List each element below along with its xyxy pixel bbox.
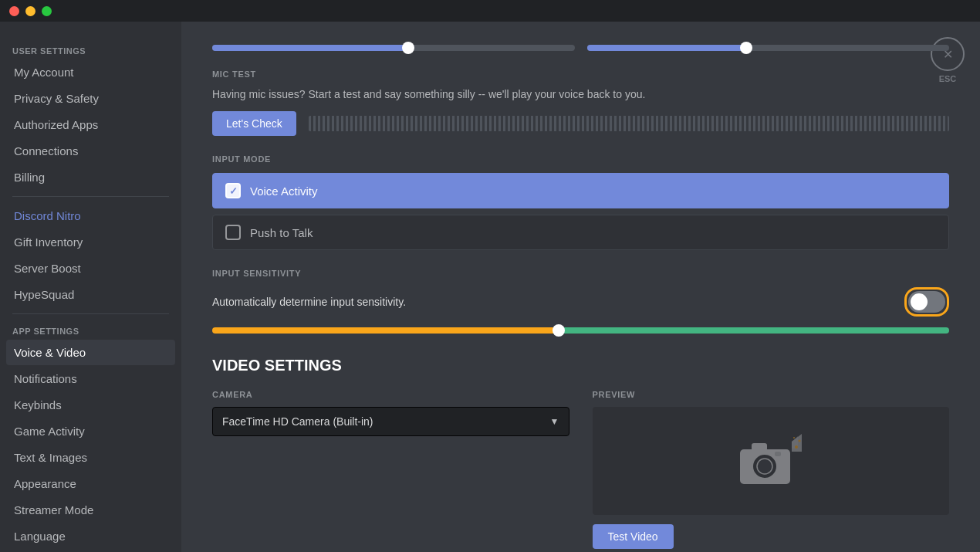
video-settings-section: VIDEO SETTINGS CAMERA FaceTime HD Camera…	[212, 357, 949, 549]
sidebar-item-text-images[interactable]: Text & Images	[6, 445, 175, 470]
sensitivity-slider[interactable]	[212, 327, 949, 334]
input-mode-label: INPUT MODE	[212, 154, 949, 164]
voice-activity-checkbox[interactable]: ✓	[225, 183, 241, 198]
svg-point-2	[757, 459, 772, 474]
esc-label: ESC	[939, 74, 957, 83]
titlebar	[0, 0, 980, 22]
volume-slider-1-thumb[interactable]	[402, 42, 414, 54]
maximize-button[interactable]	[42, 6, 52, 16]
volume-slider-2-fill	[587, 45, 747, 51]
push-to-talk-label: Push to Talk	[250, 226, 313, 239]
svg-point-9	[793, 437, 795, 439]
mic-test-label: MIC TEST	[212, 69, 949, 79]
lets-check-button[interactable]: Let's Check	[212, 111, 296, 136]
sidebar-item-billing[interactable]: Billing	[6, 164, 175, 190]
sidebar-item-discord-nitro[interactable]: Discord Nitro	[6, 203, 175, 229]
svg-rect-4	[775, 452, 781, 456]
sidebar-divider-1	[12, 196, 169, 197]
sidebar-item-label: Gift Inventory	[14, 235, 83, 249]
video-settings-title: VIDEO SETTINGS	[212, 357, 949, 374]
sidebar-item-connections[interactable]: Connections	[6, 138, 175, 164]
volume-slider-1[interactable]	[212, 45, 575, 51]
app-body: USER SETTINGS My Account Privacy & Safet…	[0, 22, 980, 552]
svg-point-8	[798, 440, 800, 442]
camera-value: FaceTime HD Camera (Built-in)	[222, 415, 373, 428]
test-video-button[interactable]: Test Video	[593, 524, 674, 549]
sidebar-item-label: Language	[14, 530, 66, 543]
sidebar-item-server-boost[interactable]: Server Boost	[6, 256, 175, 281]
sidebar-item-label: My Account	[14, 66, 74, 79]
sensitivity-row: Automatically determine input sensitivit…	[212, 287, 949, 317]
volume-slider-2[interactable]	[587, 45, 950, 51]
sidebar-item-label: Billing	[14, 171, 45, 184]
auto-sensitivity-toggle[interactable]	[908, 291, 945, 313]
esc-circle-icon: ✕	[931, 37, 965, 71]
svg-rect-3	[752, 443, 767, 451]
input-mode-section: INPUT MODE ✓ Voice Activity Push to Talk	[212, 154, 949, 250]
sidebar-item-label: Discord Nitro	[14, 209, 81, 222]
push-to-talk-option[interactable]: Push to Talk	[212, 215, 949, 250]
sidebar-item-label: Notifications	[14, 372, 77, 385]
esc-button[interactable]: ✕ ESC	[931, 37, 965, 83]
app-settings-label: APP SETTINGS	[6, 320, 175, 339]
sidebar-item-hypesquad[interactable]: HypeSquad	[6, 282, 175, 307]
sidebar-item-game-activity[interactable]: Game Activity	[6, 418, 175, 444]
sidebar-item-label: Text & Images	[14, 451, 87, 464]
sidebar-item-label: Keybinds	[14, 398, 62, 411]
checkmark-icon: ✓	[229, 185, 238, 197]
push-to-talk-checkbox[interactable]	[225, 225, 241, 240]
camera-label: CAMERA	[212, 390, 569, 399]
sidebar-divider-2	[12, 313, 169, 314]
video-preview-box	[593, 407, 950, 515]
sidebar-item-language[interactable]: Language	[6, 523, 175, 549]
sidebar-item-my-account[interactable]: My Account	[6, 59, 175, 85]
toggle-thumb	[911, 293, 928, 310]
sidebar-item-gift-inventory[interactable]: Gift Inventory	[6, 229, 175, 255]
sensitivity-slider-thumb[interactable]	[553, 324, 565, 337]
sidebar-item-label: Server Boost	[14, 262, 81, 275]
sidebar-item-label: Streamer Mode	[14, 503, 93, 516]
volume-slider-2-thumb[interactable]	[740, 42, 752, 54]
minimize-button[interactable]	[25, 6, 35, 16]
preview-label: PREVIEW	[593, 390, 950, 399]
voice-activity-label: Voice Activity	[250, 185, 318, 198]
chevron-down-icon: ▼	[550, 416, 559, 427]
sidebar-item-label: Connections	[14, 144, 78, 157]
main-content: ✕ ESC MIC TEST Having mic issues? Start …	[181, 22, 980, 552]
sidebar-item-voice-video[interactable]: Voice & Video	[6, 340, 175, 365]
close-button[interactable]	[9, 6, 19, 16]
sidebar-item-keybinds[interactable]: Keybinds	[6, 392, 175, 418]
sidebar-item-authorized-apps[interactable]: Authorized Apps	[6, 112, 175, 137]
sidebar-item-label: HypeSquad	[14, 288, 74, 301]
sidebar-item-label: Voice & Video	[14, 346, 86, 359]
video-grid: CAMERA FaceTime HD Camera (Built-in) ▼ P…	[212, 390, 949, 549]
toggle-wrapper	[904, 287, 949, 317]
sidebar-item-privacy-safety[interactable]: Privacy & Safety	[6, 86, 175, 111]
volume-slider-1-fill	[212, 45, 408, 51]
voice-activity-option[interactable]: ✓ Voice Activity	[212, 173, 949, 208]
sidebar-item-label: Game Activity	[14, 425, 85, 438]
sidebar-item-label: Privacy & Safety	[14, 92, 99, 105]
waveform-visualizer	[309, 116, 949, 131]
mic-test-description: Having mic issues? Start a test and say …	[212, 88, 949, 100]
svg-point-7	[795, 445, 798, 449]
mic-test-section: MIC TEST Having mic issues? Start a test…	[212, 69, 949, 136]
camera-preview-icon	[736, 430, 806, 492]
sidebar-item-appearance[interactable]: Appearance	[6, 471, 175, 496]
sidebar: USER SETTINGS My Account Privacy & Safet…	[0, 22, 181, 552]
top-sliders-row	[212, 45, 949, 51]
sidebar-item-label: Appearance	[14, 477, 76, 490]
sidebar-item-streamer-mode[interactable]: Streamer Mode	[6, 497, 175, 523]
mic-test-row: Let's Check	[212, 111, 949, 136]
user-settings-label: USER SETTINGS	[6, 40, 175, 59]
sidebar-item-notifications[interactable]: Notifications	[6, 366, 175, 391]
sensitivity-description: Automatically determine input sensitivit…	[212, 296, 406, 308]
camera-select[interactable]: FaceTime HD Camera (Built-in) ▼	[212, 407, 569, 436]
input-sensitivity-section: INPUT SENSITIVITY Automatically determin…	[212, 269, 949, 334]
sidebar-item-label: Authorized Apps	[14, 118, 98, 131]
video-left-column: CAMERA FaceTime HD Camera (Built-in) ▼	[212, 390, 569, 549]
input-sensitivity-label: INPUT SENSITIVITY	[212, 269, 949, 278]
video-right-column: PREVIEW	[593, 390, 950, 549]
